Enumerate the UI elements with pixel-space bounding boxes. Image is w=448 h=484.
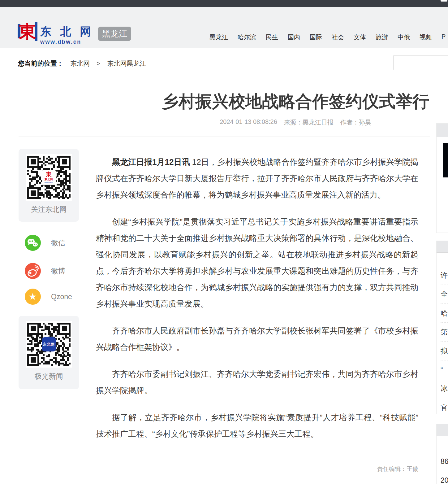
article-paragraph: 黑龙江日报1月12日讯 12日，乡村振兴校地战略合作签约暨齐齐哈尔市乡村振兴学院… — [96, 154, 418, 203]
sidebar-list-item[interactable]: 全 — [441, 285, 448, 304]
breadcrumb-link-home[interactable]: 东北网 — [70, 59, 90, 68]
topbar-widget[interactable] — [441, 0, 447, 2]
sidebar-box-header — [437, 241, 448, 253]
article-title: 乡村振兴校地战略合作签约仪式举行 — [161, 90, 430, 113]
nav-item[interactable]: 国际 — [310, 33, 322, 41]
logo-text-block: 东 北 网 www.dbw.cn — [40, 19, 94, 45]
nav-item[interactable]: 哈尔滨 — [238, 33, 256, 41]
sidebar-list-item[interactable]: 20 — [441, 471, 448, 484]
page: 東 东 北 网 www.dbw.cn 黑龙江 黑龙江哈尔滨民生国内国际社会文体旅… — [0, 0, 448, 484]
nav-item[interactable]: 中俄 — [398, 33, 410, 41]
share-wechat-button[interactable]: 微信 — [25, 235, 65, 251]
logo-emblem-icon: 東 — [17, 19, 38, 44]
site-header: 東 东 北 网 www.dbw.cn 黑龙江 黑龙江哈尔滨民生国内国际社会文体旅… — [0, 7, 448, 48]
nav-item[interactable]: 民生 — [266, 33, 278, 41]
sidebar-list-item[interactable]: 官 — [441, 398, 448, 417]
qr-code-news-app: 东北网 — [26, 321, 72, 368]
article-paragraph: 齐齐哈尔市人民政府副市长孙磊与齐齐哈尔大学副校长张树军共同签署了《市校乡村振兴战… — [96, 323, 418, 355]
qr-center-logo: 东北网 — [42, 337, 56, 351]
sidebar-box-news-list: 许全哈第拟“冰官 — [436, 241, 448, 414]
main-nav: 黑龙江哈尔滨民生国内国际社会文体旅游中俄视频P — [209, 33, 446, 41]
site-logo[interactable]: 東 东 北 网 www.dbw.cn 黑龙江 — [17, 19, 131, 45]
sidebar-thumbnail-image[interactable] — [443, 143, 448, 177]
region-badge: 黑龙江 — [98, 27, 131, 41]
article-body: 黑龙江日报1月12日讯 12日，乡村振兴校地战略合作签约暨齐齐哈尔市乡村振兴学院… — [96, 154, 418, 453]
nav-item[interactable]: 社会 — [332, 33, 344, 41]
qr-card-follow: 東 东北网 www.dbw.cn 关注东北网 — [19, 149, 79, 222]
sidebar-list-item[interactable]: 拟 — [441, 342, 448, 360]
sidebar-list-item[interactable]: 许 — [441, 266, 448, 285]
sidebar-box-media — [436, 123, 448, 233]
qr-card-news-app: 东北网 极光新闻 — [19, 316, 79, 389]
sidebar-list-item[interactable]: 哈 — [441, 304, 448, 323]
share-weibo-button[interactable]: 微博 — [25, 263, 65, 279]
sidebar-box-bottom-list: 8620 — [436, 424, 448, 484]
nav-item[interactable]: 国内 — [288, 33, 300, 41]
divider — [19, 137, 430, 137]
sidebar-list-item[interactable]: 第 — [441, 323, 448, 342]
breadcrumb-separator: > — [97, 60, 100, 67]
breadcrumb-label: 您当前的位置： — [18, 59, 63, 68]
sidebar-box-header — [437, 424, 448, 436]
nav-item[interactable]: 旅游 — [376, 33, 388, 41]
qr-code-follow: 東 东北网 www.dbw.cn — [26, 154, 72, 201]
nav-item[interactable]: 黑龙江 — [209, 33, 228, 41]
share-qzone-button[interactable]: ★Qzone — [25, 289, 72, 305]
sidebar-list-item[interactable]: 86 — [441, 452, 448, 471]
search-input[interactable] — [394, 55, 448, 70]
article-paragraph: 齐齐哈尔市委副书记刘振江、齐齐哈尔大学党委副书记齐宏伟，共同为齐齐哈尔市乡村振兴… — [96, 366, 418, 399]
share-label: 微博 — [51, 266, 65, 276]
sidebar-list-item[interactable]: 冰 — [441, 379, 448, 398]
breadcrumb: 您当前的位置： 东北网 > 东北网黑龙江 — [18, 59, 146, 68]
article-meta: 2024-01-13 08:08:26 来源：黑龙江日报 作者：孙昊 — [161, 118, 430, 127]
editor-line: 责任编辑：王傲 — [96, 465, 418, 473]
qr-center-logo: 東 东北网 www.dbw.cn — [42, 170, 56, 185]
source: 来源：黑龙江日报 — [284, 118, 334, 127]
qr-card-label: 极光新闻 — [19, 372, 79, 381]
logo-url: www.dbw.cn — [40, 39, 94, 45]
qr-card-label: 关注东北网 — [19, 205, 79, 214]
weibo-icon — [25, 263, 41, 279]
publish-time: 2024-01-13 08:08:26 — [220, 118, 277, 127]
nav-item[interactable]: 文体 — [354, 33, 366, 41]
sidebar-list-item[interactable]: “ — [441, 360, 448, 379]
nav-item[interactable]: P — [442, 33, 446, 41]
sidebar-box-header — [437, 124, 448, 137]
breadcrumb-link-section[interactable]: 东北网黑龙江 — [107, 59, 146, 68]
author: 作者：孙昊 — [340, 118, 371, 127]
article-paragraph: 据了解，立足齐齐哈尔市，乡村振兴学院将实施“素质提升”人才培养工程、“科技赋能”… — [96, 409, 418, 442]
nav-item[interactable]: 视频 — [420, 33, 432, 41]
wechat-icon — [25, 235, 41, 251]
article-paragraph: 创建“乡村振兴学院”是贯彻落实习近平总书记关于实施乡村振兴战略重要讲话重要指示精… — [96, 214, 418, 312]
topbar — [0, 0, 448, 7]
share-label: Qzone — [51, 293, 72, 301]
share-label: 微信 — [51, 238, 65, 248]
qzone-icon: ★ — [25, 289, 41, 305]
logo-sitename: 东 北 网 — [40, 26, 94, 37]
